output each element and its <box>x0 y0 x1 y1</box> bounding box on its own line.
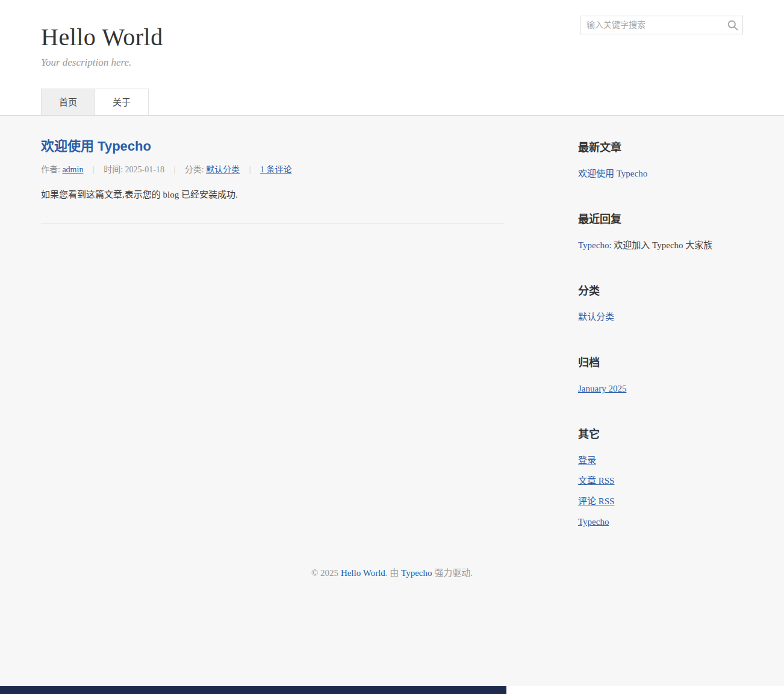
comment-text: : 欢迎加入 Typecho 大家族 <box>609 240 712 250</box>
footer-suffix-text: 强力驱动. <box>432 568 473 578</box>
typecho-link[interactable]: Typecho <box>578 517 609 527</box>
widget-title: 分类 <box>578 282 743 298</box>
login-link[interactable]: 登录 <box>578 455 596 465</box>
footer-middle-text: . 由 <box>385 568 401 578</box>
recent-post-link[interactable]: 欢迎使用 Typecho <box>578 169 647 178</box>
category-label: 分类: <box>185 165 204 174</box>
site-description: Your description here. <box>41 57 743 69</box>
search-button[interactable] <box>726 18 740 33</box>
widget-title: 最近回复 <box>578 210 743 226</box>
page: Hello World Your description here. 首页 关于 <box>0 0 784 694</box>
comment-author-link[interactable]: Typecho <box>578 240 609 250</box>
list-item: Typecho <box>578 511 743 532</box>
post-title-link[interactable]: 欢迎使用 Typecho <box>41 139 151 154</box>
widget-misc: 其它 登录 文章 RSS 评论 RSS Typecho <box>578 425 743 532</box>
widget-list: 默认分类 <box>578 307 743 327</box>
list-item: 登录 <box>578 450 743 470</box>
meta-separator: | <box>93 165 95 174</box>
post-body: 如果您看到这篇文章,表示您的 blog 已经安装成功. <box>41 187 505 202</box>
widget-categories: 分类 默认分类 <box>578 282 743 327</box>
meta-separator: | <box>249 165 251 174</box>
main-column: 欢迎使用 Typecho 作者: admin | 时间: 2025-01-18 … <box>41 139 505 224</box>
widget-title: 最新文章 <box>578 139 743 154</box>
widget-list: Typecho: 欢迎加入 Typecho 大家族 <box>578 235 743 255</box>
archive-link[interactable]: January 2025 <box>578 384 626 393</box>
posts-rss-link[interactable]: 文章 RSS <box>578 476 614 486</box>
search-icon <box>727 19 739 31</box>
search-input[interactable] <box>580 16 743 34</box>
time-label: 时间: <box>104 165 123 174</box>
footer-copyright: © 2025 <box>311 568 341 578</box>
sidebar: 最新文章 欢迎使用 Typecho 最近回复 Typecho: 欢迎加入 Typ… <box>578 139 743 532</box>
author-link[interactable]: admin <box>62 165 83 174</box>
post: 欢迎使用 Typecho 作者: admin | 时间: 2025-01-18 … <box>41 139 505 202</box>
widget-recent-comments: 最近回复 Typecho: 欢迎加入 Typecho 大家族 <box>578 210 743 255</box>
category-link[interactable]: 默认分类 <box>206 165 240 174</box>
widget-list: January 2025 <box>578 378 743 399</box>
site-header: Hello World Your description here. 首页 关于 <box>0 0 784 116</box>
widget-archives: 归档 January 2025 <box>578 354 743 399</box>
category-item-link[interactable]: 默认分类 <box>578 312 614 322</box>
comments-rss-link[interactable]: 评论 RSS <box>578 496 614 506</box>
widget-recent-posts: 最新文章 欢迎使用 Typecho <box>578 139 743 184</box>
nav-item-about[interactable]: 关于 <box>95 89 149 115</box>
background-window-gap <box>506 686 784 694</box>
meta-separator: | <box>173 165 175 174</box>
list-item: 评论 RSS <box>578 491 743 511</box>
search-form <box>580 16 743 34</box>
content-area: 欢迎使用 Typecho 作者: admin | 时间: 2025-01-18 … <box>41 116 743 540</box>
post-divider <box>41 224 505 224</box>
list-item: Typecho: 欢迎加入 Typecho 大家族 <box>578 235 743 255</box>
footer-typecho-link[interactable]: Typecho <box>401 568 432 578</box>
widget-list: 登录 文章 RSS 评论 RSS Typecho <box>578 450 743 532</box>
list-item: January 2025 <box>578 378 743 399</box>
background-window-bar <box>0 686 506 694</box>
bottom-strip <box>0 686 784 694</box>
widget-list: 欢迎使用 Typecho <box>578 163 743 184</box>
main-nav: 首页 关于 <box>41 89 743 115</box>
list-item: 默认分类 <box>578 307 743 327</box>
nav-item-home[interactable]: 首页 <box>41 89 95 115</box>
time-value: 2025-01-18 <box>125 165 164 174</box>
author-label: 作者: <box>41 165 60 174</box>
post-meta: 作者: admin | 时间: 2025-01-18 | 分类: 默认分类 | … <box>41 163 505 175</box>
post-title: 欢迎使用 Typecho <box>41 139 505 154</box>
site-title-link[interactable]: Hello World <box>41 23 163 51</box>
footer-site-link[interactable]: Hello World <box>341 568 385 578</box>
list-item: 文章 RSS <box>578 470 743 491</box>
list-item: 欢迎使用 Typecho <box>578 163 743 184</box>
widget-title: 其它 <box>578 425 743 441</box>
comments-link[interactable]: 1 条评论 <box>260 165 292 174</box>
widget-title: 归档 <box>578 354 743 369</box>
site-footer: © 2025 Hello World. 由 Typecho 强力驱动. <box>0 540 784 578</box>
